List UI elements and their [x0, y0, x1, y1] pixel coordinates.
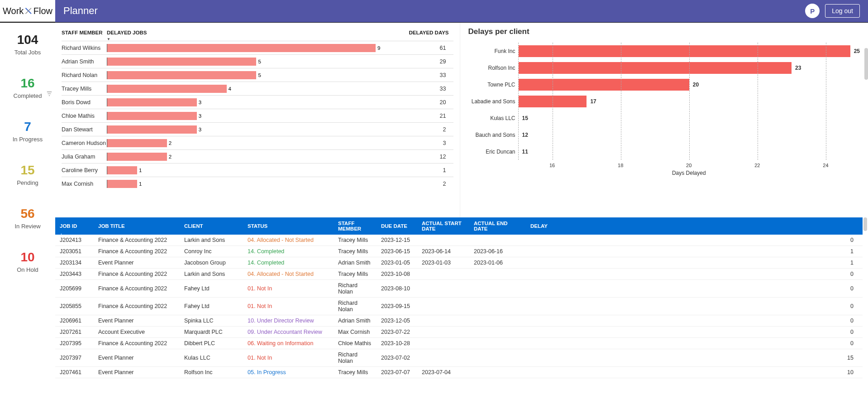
- cell-start: [417, 235, 469, 246]
- cell-jobid: J206961: [55, 315, 94, 327]
- cell-client: Larkin and Sons: [180, 235, 243, 246]
- cell-jobid: J205699: [55, 280, 94, 298]
- stat-card-pending[interactable]: 15Pending: [0, 153, 55, 197]
- table-row[interactable]: J207461 Event Planner Rolfson Inc 05. In…: [55, 367, 863, 378]
- cell-delay: 15: [526, 349, 863, 367]
- staff-row[interactable]: Caroline Berry 1 1: [62, 163, 453, 177]
- cell-jobid: J207261: [55, 327, 94, 338]
- cell-title: Event Planner: [94, 367, 180, 378]
- cell-status: 04. Allocated - Not Started: [243, 269, 334, 280]
- table-row[interactable]: J206961 Event Planner Spinka LLC 10. Und…: [55, 315, 863, 327]
- chart-category-label: Labadie and Sons: [468, 93, 518, 110]
- stat-label: Pending: [0, 179, 55, 186]
- cell-staff: Max Cornish: [334, 327, 377, 338]
- stat-label: Total Jobs: [0, 49, 55, 56]
- staff-row[interactable]: Dan Stewart 3 2: [62, 122, 453, 136]
- staff-delayed-days: 3: [399, 140, 453, 146]
- staff-delayed-days: 33: [399, 86, 453, 92]
- stat-label: In Progress: [0, 136, 55, 143]
- stat-card-on-hold[interactable]: 10On Hold: [0, 240, 55, 284]
- stat-label: On Hold: [0, 266, 55, 273]
- cell-staff: Richard Nolan: [334, 349, 377, 367]
- table-row[interactable]: J205855 Finance & Accounting 2022 Fahey …: [55, 298, 863, 315]
- cell-jobid: J207397: [55, 349, 94, 367]
- cell-title: Event Planner: [94, 257, 180, 269]
- logo[interactable]: Work Flow: [0, 5, 55, 17]
- cell-due: 2023-01-05: [377, 257, 417, 269]
- stat-number: 56: [0, 207, 55, 221]
- col-actual-end-date[interactable]: ACTUAL END DATE: [469, 217, 526, 235]
- table-row[interactable]: J203443 Finance & Accounting 2022 Larkin…: [55, 269, 863, 280]
- logo-word-2: Flow: [33, 6, 52, 16]
- staff-row[interactable]: Tracey Mills 4 33: [62, 82, 453, 95]
- staff-name: Max Cornish: [62, 181, 107, 187]
- cell-staff: Richard Nolan: [334, 298, 377, 315]
- col-staff-member[interactable]: STAFF MEMBER: [62, 30, 107, 35]
- staff-row[interactable]: Max Cornish 1 2: [62, 177, 453, 190]
- cell-staff: Tracey Mills: [334, 235, 377, 246]
- cell-jobid: J203443: [55, 269, 94, 280]
- col-due-date[interactable]: DUE DATE: [377, 217, 417, 235]
- col-delayed-days[interactable]: DELAYED DAYS: [399, 30, 453, 35]
- filter-icon[interactable]: [46, 91, 52, 98]
- staff-row[interactable]: Boris Dowd 3 20: [62, 95, 453, 109]
- x-tick: 24: [792, 163, 860, 168]
- col-job-id[interactable]: JOB ID: [55, 217, 94, 235]
- cell-end: 2023-06-16: [469, 246, 526, 257]
- cell-due: 2023-07-22: [377, 327, 417, 338]
- cell-status: 05. In Progress: [243, 367, 334, 378]
- stat-card-completed[interactable]: 16Completed: [0, 66, 55, 110]
- cell-client: Spinka LLC: [180, 315, 243, 327]
- x-tick: 16: [518, 163, 587, 168]
- staff-row[interactable]: Richard Nolan 5 33: [62, 68, 453, 82]
- staff-row[interactable]: Julia Graham 2 12: [62, 149, 453, 163]
- col-delay[interactable]: DELAY: [526, 217, 863, 235]
- col-staff-member[interactable]: STAFF MEMBER: [334, 217, 377, 235]
- staff-delayed-days: 21: [399, 113, 453, 119]
- cell-title: Event Planner: [94, 349, 180, 367]
- cell-client: Fahey Ltd: [180, 280, 243, 298]
- col-client[interactable]: CLIENT: [180, 217, 243, 235]
- table-row[interactable]: J202413 Finance & Accounting 2022 Larkin…: [55, 235, 863, 246]
- cell-jobid: J207395: [55, 338, 94, 349]
- cell-status: 06. Waiting on Information: [243, 338, 334, 349]
- staff-delayed-days: 12: [399, 154, 453, 160]
- staff-bar: 3: [107, 112, 399, 120]
- staff-name: Boris Dowd: [62, 99, 107, 106]
- cell-status: 14. Completed: [243, 257, 334, 269]
- chart-category-label: Kulas LLC: [468, 110, 518, 126]
- cell-end: [469, 298, 526, 315]
- stat-card-in-progress[interactable]: 7In Progress: [0, 110, 55, 153]
- table-row[interactable]: J207397 Event Planner Kulas LLC 01. Not …: [55, 349, 863, 367]
- chart-scrollbar[interactable]: [864, 48, 868, 80]
- staff-bar: 5: [107, 71, 399, 79]
- cell-end: [469, 235, 526, 246]
- cell-delay: 1: [526, 257, 863, 269]
- col-status[interactable]: STATUS: [243, 217, 334, 235]
- cell-title: Finance & Accounting 2022: [94, 269, 180, 280]
- logout-button[interactable]: Log out: [825, 4, 860, 18]
- cell-end: [469, 327, 526, 338]
- chart-category-label: Funk Inc: [468, 43, 518, 59]
- staff-row[interactable]: Richard Wilkins 9 61: [62, 41, 453, 54]
- staff-bar: 4: [107, 85, 399, 93]
- table-row[interactable]: J205699 Finance & Accounting 2022 Fahey …: [55, 280, 863, 298]
- stat-card-in-review[interactable]: 56In Review: [0, 197, 55, 240]
- col-delayed-jobs[interactable]: DELAYED JOBS: [107, 30, 399, 35]
- cell-staff: Adrian Smith: [334, 257, 377, 269]
- chart-category-label: Bauch and Sons: [468, 126, 518, 143]
- staff-row[interactable]: Chloe Mathis 3 21: [62, 109, 453, 122]
- avatar[interactable]: P: [805, 4, 820, 18]
- staff-bar: 9: [107, 44, 399, 52]
- stat-card-total-jobs[interactable]: 104Total Jobs: [0, 23, 55, 66]
- staff-row[interactable]: Cameron Hudson 2 3: [62, 136, 453, 149]
- staff-row[interactable]: Adrian Smith 5 29: [62, 54, 453, 68]
- table-scrollbar[interactable]: [863, 217, 867, 231]
- table-row[interactable]: J203134 Event Planner Jacobson Group 14.…: [55, 257, 863, 269]
- col-actual-start-date[interactable]: ACTUAL START DATE: [417, 217, 469, 235]
- x-tick: 18: [587, 163, 655, 168]
- table-row[interactable]: J207261 Account Executive Marquardt PLC …: [55, 327, 863, 338]
- table-row[interactable]: J207395 Finance & Accounting 2022 Dibber…: [55, 338, 863, 349]
- table-row[interactable]: J203051 Finance & Accounting 2022 Conroy…: [55, 246, 863, 257]
- col-job-title[interactable]: JOB TITLE: [94, 217, 180, 235]
